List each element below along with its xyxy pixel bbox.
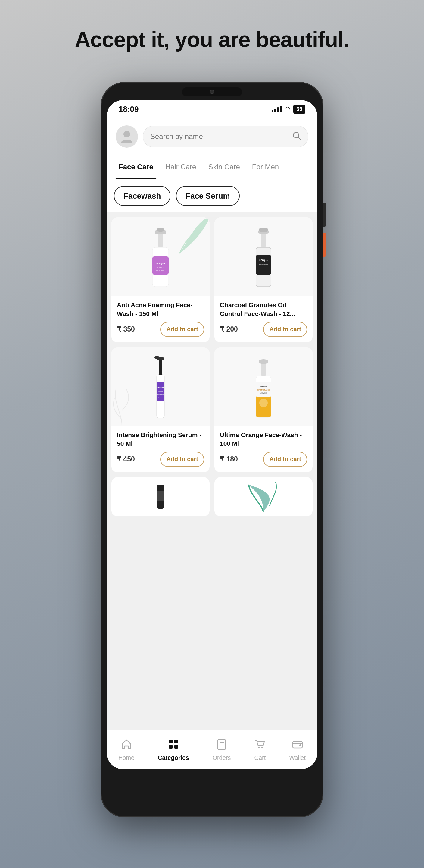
product-image-orange: SEAQUA ULTIMA ORANGE FACEWASH (215, 347, 313, 426)
product-price-2: ₹ 200 (220, 325, 238, 333)
product-image-svg: SEAQUA Foaming Face Wash (147, 223, 174, 290)
svg-rect-15 (261, 232, 266, 247)
product-info-2: Charcoal Granules Oil Control Face-Wash … (215, 296, 313, 342)
product-info-4: Ultima Orange Face-Wash - 100 Ml ₹ 180 A… (215, 426, 313, 472)
add-to-cart-btn-3[interactable]: Add to cart (160, 452, 204, 467)
svg-text:FACEWASH: FACEWASH (260, 393, 267, 394)
product-name-1: Anti Acne Foaming Face-Wash - 150 Ml (117, 301, 204, 318)
product-image-svg-3: SEAQUA Intense Brightening Serum (150, 353, 171, 420)
search-bar[interactable] (143, 126, 308, 147)
svg-text:Face Wash: Face Wash (156, 270, 165, 271)
svg-rect-39 (174, 740, 178, 743)
avatar[interactable] (116, 125, 138, 148)
categories-icon (168, 738, 179, 752)
svg-rect-37 (157, 491, 164, 501)
chip-facewash[interactable]: Facewash (114, 186, 170, 206)
svg-text:SEAQUA: SEAQUA (260, 385, 267, 387)
nav-label-home: Home (118, 754, 134, 761)
product-image-svg-2: SEAQUA Face-Wash (252, 223, 275, 290)
search-icon (292, 131, 301, 142)
status-time: 18:09 (119, 104, 139, 114)
nav-label-wallet: Wallet (289, 754, 306, 761)
nav-label-orders: Orders (212, 754, 231, 761)
orders-icon (216, 738, 227, 752)
cart-icon (254, 738, 266, 752)
signal-icon (272, 106, 282, 113)
svg-rect-26 (155, 356, 159, 359)
svg-rect-8 (158, 232, 163, 247)
svg-point-33 (259, 399, 268, 407)
bottom-nav: Home Categories (107, 730, 317, 769)
product-price-1: ₹ 350 (117, 325, 135, 333)
add-to-cart-btn-2[interactable]: Add to cart (263, 322, 307, 337)
side-button-1 (323, 203, 326, 227)
product-card-4: SEAQUA ULTIMA ORANGE FACEWASH (215, 347, 313, 472)
product-price-4: ₹ 180 (220, 455, 238, 463)
nav-item-categories[interactable]: Categories (158, 738, 189, 761)
product-name-3: Intense Brightening Serum - 50 Ml (117, 430, 204, 448)
nav-label-categories: Categories (158, 754, 189, 761)
add-to-cart-btn-1[interactable]: Add to cart (160, 322, 204, 337)
products-grid: SEAQUA Foaming Face Wash (111, 217, 313, 516)
svg-text:SEAQUA: SEAQUA (157, 386, 164, 388)
avatar-icon (121, 130, 132, 143)
product-name-2: Charcoal Granules Oil Control Face-Wash … (220, 301, 307, 318)
wallet-icon (292, 738, 303, 752)
search-input[interactable] (150, 132, 289, 141)
svg-text:Serum: Serum (158, 397, 163, 399)
phone-frame: 18:09 ◠ 39 (101, 82, 323, 817)
product-card-partial-right (215, 477, 313, 516)
nav-item-home[interactable]: Home (118, 738, 134, 761)
product-image-serum: SEAQUA Intense Brightening Serum (111, 347, 209, 426)
tab-hair-care[interactable]: Hair Care (159, 155, 202, 179)
tab-face-care[interactable]: Face Care (112, 155, 159, 179)
product-price-3: ₹ 450 (117, 455, 135, 463)
svg-point-49 (299, 744, 301, 746)
product-info-1: Anti Acne Foaming Face-Wash - 150 Ml ₹ 3… (111, 296, 209, 342)
app-content: Face Care Hair Care Skin Care For Men Fa… (107, 118, 317, 769)
svg-rect-24 (159, 359, 162, 375)
product-info-3: Intense Brightening Serum - 50 Ml ₹ 450 … (111, 426, 209, 472)
product-image-charcoal: SEAQUA Face-Wash (215, 217, 313, 296)
subcategory-chips: Facewash Face Serum (107, 179, 317, 213)
status-icons: ◠ 39 (272, 104, 305, 114)
product-card: SEAQUA Foaming Face Wash (111, 217, 209, 342)
product-footer-3: ₹ 450 Add to cart (117, 452, 204, 467)
nav-item-orders[interactable]: Orders (212, 738, 231, 761)
side-button-2 (323, 233, 326, 257)
status-bar: 18:09 ◠ 39 (107, 100, 317, 118)
tagline: Accept it, you are beautiful. (75, 27, 349, 52)
partial-product-image-right (246, 482, 282, 512)
svg-text:ULTIMA ORANGE: ULTIMA ORANGE (258, 389, 270, 391)
product-footer-1: ₹ 350 Add to cart (117, 322, 204, 337)
leaf-decoration (176, 217, 209, 256)
tab-for-men[interactable]: For Men (246, 155, 285, 179)
plant-decoration (111, 377, 134, 426)
product-card-2: SEAQUA Face-Wash Charcoal G (215, 217, 313, 342)
app-header (107, 118, 317, 155)
product-footer-2: ₹ 200 Add to cart (220, 322, 307, 337)
svg-text:Foaming: Foaming (157, 267, 164, 268)
svg-text:Brightening: Brightening (157, 394, 164, 396)
svg-rect-4 (152, 256, 169, 275)
partial-product-image-left (152, 482, 169, 512)
svg-text:Intense: Intense (158, 391, 163, 392)
nav-item-cart[interactable]: Cart (254, 738, 266, 761)
category-tabs: Face Care Hair Care Skin Care For Men (107, 155, 317, 179)
product-image-anti-acne: SEAQUA Foaming Face Wash (111, 217, 209, 296)
wifi-icon: ◠ (285, 105, 290, 113)
product-card-partial-left (111, 477, 209, 516)
tab-skin-care[interactable]: Skin Care (202, 155, 246, 179)
svg-point-46 (258, 747, 260, 748)
product-name-4: Ultima Orange Face-Wash - 100 Ml (220, 430, 307, 448)
products-area: SEAQUA Foaming Face Wash (107, 213, 317, 730)
product-card-3: SEAQUA Intense Brightening Serum (111, 347, 209, 472)
nav-item-wallet[interactable]: Wallet (289, 738, 306, 761)
chip-face-serum[interactable]: Face Serum (176, 186, 239, 206)
svg-text:SEAQUA: SEAQUA (156, 262, 165, 265)
svg-line-2 (298, 137, 300, 139)
camera-bar (182, 87, 242, 96)
product-image-svg-4: SEAQUA ULTIMA ORANGE FACEWASH (252, 353, 275, 420)
add-to-cart-btn-4[interactable]: Add to cart (263, 452, 307, 467)
svg-text:SEAQUA: SEAQUA (259, 259, 268, 261)
